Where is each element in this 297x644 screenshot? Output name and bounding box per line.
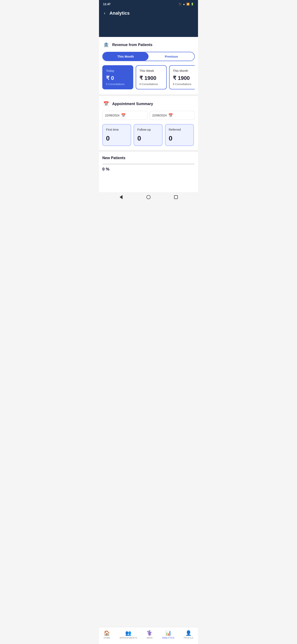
referred-count: 0 <box>169 134 190 142</box>
date-from-value: 22/06/2024 <box>105 114 119 117</box>
revenue-section: 🏦 Revenue from Patients This Month Previ… <box>99 37 198 94</box>
this-week-amount: ₹ 1900 <box>139 75 163 81</box>
today-card[interactable]: Today ₹ 0 0 Consultations <box>102 65 133 90</box>
date-to-input[interactable]: 22/06/2024 📅 <box>150 111 195 120</box>
calendar-from-icon[interactable]: 📅 <box>121 113 126 118</box>
follow-up-card[interactable]: Follow-up 0 <box>134 124 163 146</box>
system-home-button[interactable] <box>144 195 153 200</box>
referred-card[interactable]: Referred 0 <box>165 124 194 146</box>
bank-icon: 🏦 <box>102 41 110 48</box>
status-bar: 11:47 ⚫ ▲ 📶 🔋 <box>99 0 198 8</box>
progress-bar-container <box>102 164 195 165</box>
calendar-section-icon: 📅 <box>102 100 110 108</box>
this-month-amount: ₹ 1900 <box>173 75 195 81</box>
battery-icon: ⚫ <box>178 3 182 6</box>
system-back-button[interactable] <box>117 195 125 200</box>
date-range-row: 22/06/2024 📅 22/06/2024 📅 <box>102 111 195 120</box>
appointment-header: 📅 Appointment Summary <box>102 100 195 108</box>
today-label: Today <box>106 69 130 72</box>
wifi-icon: ▲ <box>183 3 185 6</box>
today-amount: ₹ 0 <box>106 75 130 81</box>
system-recent-button[interactable] <box>172 195 180 200</box>
back-triangle-icon <box>120 195 122 199</box>
first-time-card[interactable]: First time 0 <box>102 124 131 146</box>
status-time: 11:47 <box>103 2 111 6</box>
appointment-title: Appointment Summary <box>112 102 153 106</box>
first-time-label: First time <box>106 128 127 131</box>
revenue-title: Revenue from Patients <box>112 43 152 47</box>
tab-previous[interactable]: Previous <box>148 52 194 61</box>
date-from-input[interactable]: 22/06/2024 📅 <box>102 111 147 120</box>
recent-square-icon <box>174 195 178 199</box>
this-month-consultations: 6 Consultations <box>173 82 195 86</box>
this-week-consultations: 6 Consultations <box>139 82 163 86</box>
date-to-value: 22/06/2024 <box>152 114 167 117</box>
today-consultations: 0 Consultations <box>106 82 130 86</box>
top-nav: ‹ Analytics <box>99 8 198 20</box>
referred-label: Referred <box>169 128 190 131</box>
battery-level-icon: 🔋 <box>191 3 194 6</box>
revenue-header: 🏦 Revenue from Patients <box>102 41 195 48</box>
follow-up-label: Follow-up <box>137 128 159 131</box>
appointment-section: 📅 Appointment Summary 22/06/2024 📅 22/06… <box>99 96 198 150</box>
page-title: Analytics <box>109 10 130 16</box>
calendar-to-icon[interactable]: 📅 <box>168 113 173 118</box>
follow-up-count: 0 <box>137 134 159 142</box>
revenue-cards-row: Today ₹ 0 0 Consultations This Week ₹ 19… <box>102 65 195 90</box>
home-circle-icon <box>146 195 151 199</box>
appointment-cards-row: First time 0 Follow-up 0 Referred 0 <box>102 124 195 146</box>
main-content: 🏦 Revenue from Patients This Month Previ… <box>99 37 198 192</box>
new-patients-section: New Patients 0 % <box>99 152 198 176</box>
status-icons: ⚫ ▲ 📶 🔋 <box>178 3 194 6</box>
this-month-card[interactable]: This Month ₹ 1900 6 Consultations <box>169 65 195 90</box>
first-time-count: 0 <box>106 134 127 142</box>
period-tab-toggle: This Month Previous <box>102 52 195 61</box>
this-week-label: This Week <box>139 69 163 72</box>
section-divider-2 <box>99 150 198 152</box>
signal-icon: 📶 <box>186 3 190 6</box>
back-button[interactable]: ‹ <box>103 10 106 16</box>
banner-space <box>99 20 198 37</box>
section-divider-1 <box>99 94 198 96</box>
progress-percent: 0 % <box>102 167 195 172</box>
this-week-card[interactable]: This Week ₹ 1900 6 Consultations <box>136 65 167 90</box>
new-patients-title: New Patients <box>102 156 195 160</box>
this-month-label: This Month <box>173 69 195 72</box>
tab-this-month[interactable]: This Month <box>103 52 148 61</box>
system-nav <box>99 192 198 202</box>
